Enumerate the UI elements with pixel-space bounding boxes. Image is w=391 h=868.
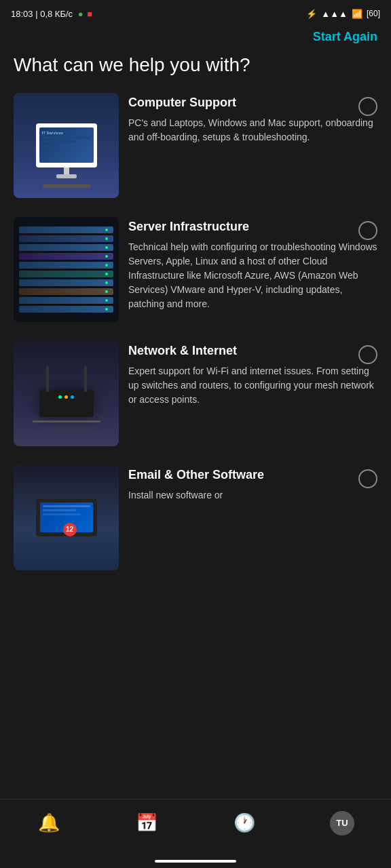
profile-avatar: TU <box>330 811 354 835</box>
network-internet-text: Network & Internet Expert support for Wi… <box>128 341 377 407</box>
email-other-text: Email & Other Software Install new softw… <box>128 465 377 502</box>
option-network-internet[interactable]: Network & Internet Expert support for Wi… <box>14 341 377 446</box>
computer-support-text: Computer Support PC's and Laptops, Windo… <box>128 93 377 144</box>
network-internet-desc: Expert support for Wi-Fi and internet is… <box>128 364 377 407</box>
server-unit-3 <box>19 244 113 251</box>
computer-support-radio[interactable] <box>358 97 377 116</box>
server-infrastructure-header: Server Infrastructure <box>128 220 377 240</box>
email-other-radio[interactable] <box>358 469 377 488</box>
option-server-infrastructure[interactable]: Server Infrastructure Technical help wit… <box>14 217 377 322</box>
router-body-art <box>39 390 94 417</box>
main-content: What can we help you with? IT Services <box>0 47 391 799</box>
start-again-button[interactable]: Start Again <box>313 30 377 44</box>
network-internet-image <box>14 341 119 446</box>
server-unit-10 <box>19 306 113 313</box>
server-unit-2 <box>19 235 113 242</box>
server-infrastructure-radio[interactable] <box>358 221 377 240</box>
notification-badge-art: 12 <box>63 523 77 536</box>
server-unit-8 <box>19 288 113 295</box>
history-icon: 🕐 <box>234 812 255 833</box>
nav-profile[interactable]: TU <box>293 811 391 835</box>
bluetooth-icon: ⚡ <box>306 9 317 19</box>
nav-notifications[interactable]: 🔔 <box>0 812 98 833</box>
computer-support-title: Computer Support <box>128 96 353 110</box>
status-time: 18:03 <box>11 9 33 19</box>
server-unit-7 <box>19 279 113 286</box>
status-icons: ⚡ ▲▲▲ 📶 [60] <box>306 9 380 19</box>
email-scene-art: 12 <box>14 465 119 570</box>
server-infrastructure-image <box>14 217 119 322</box>
battery-icon: [60] <box>367 9 380 18</box>
server-unit-5 <box>19 262 113 269</box>
server-unit-1 <box>19 226 113 233</box>
nav-history[interactable]: 🕐 <box>196 812 293 833</box>
server-rack-art <box>14 217 119 322</box>
signal-icon: ▲▲▲ <box>321 9 348 19</box>
computer-scene-art: IT Services <box>14 93 119 198</box>
email-other-title: Email & Other Software <box>128 468 353 482</box>
wifi-icon: 📶 <box>352 9 362 19</box>
router-antenna-1 <box>46 366 49 392</box>
computer-support-desc: PC's and Laptops, Windows and Mac suppor… <box>128 116 377 144</box>
bell-icon: 🔔 <box>38 812 60 833</box>
page-title: What can we help you with? <box>14 54 377 77</box>
email-other-header: Email & Other Software <box>128 468 377 488</box>
monitor-screen-art: IT Services <box>39 127 94 163</box>
monitor-art: IT Services <box>36 123 97 167</box>
header: Start Again <box>0 24 391 47</box>
email-other-image: 12 <box>14 465 119 570</box>
server-unit-9 <box>19 297 113 304</box>
server-unit-4 <box>19 253 113 260</box>
router-antenna-2 <box>84 366 87 392</box>
option-email-other[interactable]: 12 Email & Other Software Install new so… <box>14 465 377 570</box>
monitor-base-art <box>56 174 77 178</box>
computer-support-header: Computer Support <box>128 96 377 116</box>
server-infrastructure-desc: Technical help with configuring or troub… <box>128 240 377 311</box>
ticket-icon: 📅 <box>136 812 157 833</box>
network-internet-title: Network & Internet <box>128 344 353 358</box>
server-infrastructure-title: Server Infrastructure <box>128 220 353 234</box>
status-data: 0,8 КБ/с <box>40 9 73 19</box>
status-bar: 18:03 | 0,8 КБ/с ● ■ ⚡ ▲▲▲ 📶 [60] <box>0 0 391 24</box>
battery-level: 60 <box>369 9 377 18</box>
home-indicator <box>155 860 236 863</box>
computer-support-image: IT Services <box>14 93 119 198</box>
nav-tickets[interactable]: 📅 <box>98 812 196 833</box>
home-indicator-bar <box>0 853 391 868</box>
status-time-data: 18:03 | 0,8 КБ/с ● ■ <box>11 9 92 19</box>
option-computer-support[interactable]: IT Services Computer Support <box>14 93 377 198</box>
router-scene-art <box>14 341 119 446</box>
bottom-navigation: 🔔 📅 🕐 TU <box>0 799 391 853</box>
status-red-square: ■ <box>87 9 92 19</box>
status-green-dot: ● <box>78 9 83 19</box>
server-unit-6 <box>19 271 113 277</box>
email-other-desc: Install new software or <box>128 488 377 502</box>
network-internet-header: Network & Internet <box>128 344 377 364</box>
network-internet-radio[interactable] <box>358 345 377 364</box>
server-infrastructure-text: Server Infrastructure Technical help wit… <box>128 217 377 311</box>
